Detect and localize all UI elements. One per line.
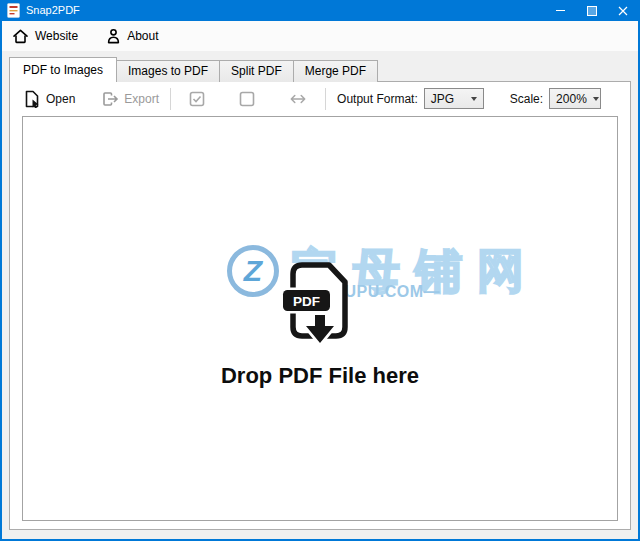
output-format-label: Output Format: bbox=[337, 92, 418, 106]
export-button[interactable]: Export bbox=[101, 90, 159, 108]
menu-item-label: Website bbox=[35, 29, 78, 43]
watermark: Z 字母铺网 —ZIMUPU.COM— bbox=[227, 241, 539, 301]
tab-split-pdf[interactable]: Split PDF bbox=[219, 60, 294, 82]
deselect-checkbox-icon bbox=[239, 91, 255, 107]
window-controls bbox=[545, 0, 638, 21]
app-icon bbox=[7, 3, 20, 18]
export-button-label: Export bbox=[124, 92, 159, 106]
output-format-value: JPG bbox=[431, 92, 454, 106]
menu-item-about[interactable]: About bbox=[106, 28, 158, 44]
toolbar-separator bbox=[170, 88, 171, 110]
tabpage-pdf-to-images: Open Export bbox=[9, 81, 631, 530]
app-window: Snap2PDF Website bbox=[0, 0, 640, 541]
drop-hint-text: Drop PDF File here bbox=[23, 363, 617, 389]
close-button[interactable] bbox=[607, 0, 638, 21]
watermark-logo-letter: Z bbox=[244, 256, 262, 286]
watermark-logo-icon: Z bbox=[227, 245, 279, 297]
select-all-button[interactable] bbox=[182, 91, 212, 107]
maximize-icon bbox=[587, 6, 597, 16]
content-area: PDF to Images Images to PDF Split PDF Me… bbox=[2, 51, 638, 539]
scale-select[interactable]: 200% bbox=[549, 88, 601, 109]
close-icon bbox=[618, 6, 628, 16]
select-all-checkbox-icon bbox=[189, 91, 205, 107]
open-button[interactable]: Open bbox=[23, 90, 75, 108]
maximize-button[interactable] bbox=[576, 0, 607, 21]
menubar: Website About bbox=[2, 21, 638, 51]
fit-width-button[interactable] bbox=[282, 93, 314, 105]
deselect-all-button[interactable] bbox=[232, 91, 262, 107]
scale-value: 200% bbox=[556, 92, 587, 106]
tab-images-to-pdf[interactable]: Images to PDF bbox=[116, 60, 220, 82]
menu-item-label: About bbox=[127, 29, 158, 43]
minimize-button[interactable] bbox=[545, 0, 576, 21]
toolbar: Open Export bbox=[10, 82, 630, 115]
output-format-select[interactable]: JPG bbox=[424, 88, 484, 109]
chevron-down-icon bbox=[471, 97, 477, 101]
tab-pdf-to-images[interactable]: PDF to Images bbox=[9, 57, 117, 82]
person-icon bbox=[106, 28, 121, 44]
minimize-icon bbox=[556, 10, 565, 11]
menu-item-website[interactable]: Website bbox=[12, 28, 78, 44]
pdf-file-icon: PDF bbox=[282, 259, 358, 351]
titlebar: Snap2PDF bbox=[2, 0, 638, 21]
export-icon bbox=[101, 90, 119, 108]
pdf-drop-zone[interactable]: Z 字母铺网 —ZIMUPU.COM— PDF Drop PDF F bbox=[22, 116, 618, 521]
tab-merge-pdf[interactable]: Merge PDF bbox=[293, 60, 378, 82]
svg-text:PDF: PDF bbox=[293, 294, 320, 309]
toolbar-separator bbox=[325, 88, 326, 110]
home-icon bbox=[12, 28, 29, 44]
fit-width-icon bbox=[289, 93, 307, 105]
tabstrip: PDF to Images Images to PDF Split PDF Me… bbox=[9, 57, 631, 82]
open-button-label: Open bbox=[46, 92, 75, 106]
scale-label: Scale: bbox=[510, 92, 543, 106]
chevron-down-icon bbox=[593, 97, 599, 101]
window-title: Snap2PDF bbox=[26, 0, 80, 21]
open-file-icon bbox=[23, 90, 41, 108]
